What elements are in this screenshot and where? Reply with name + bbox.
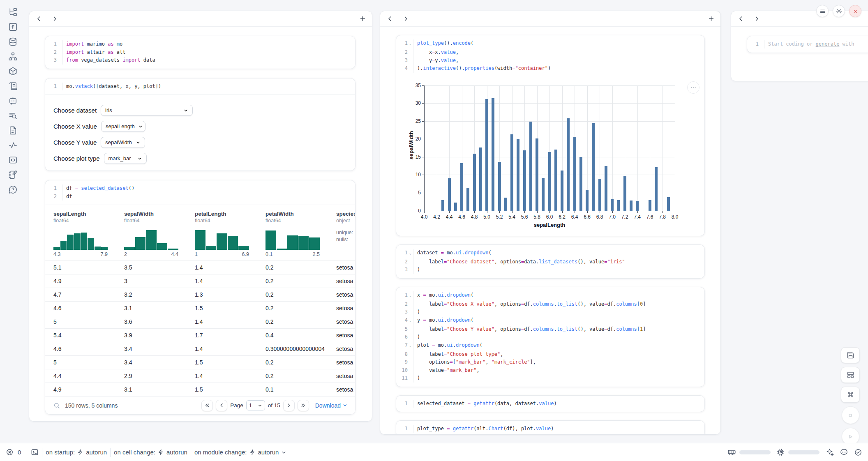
zap-icon — [77, 449, 83, 455]
chevron-down-icon — [138, 124, 143, 129]
chart-bar — [667, 197, 670, 211]
table-row[interactable]: 53.41.50.2setosa — [45, 355, 355, 369]
package-icon[interactable] — [8, 67, 18, 76]
y-axis-line — [424, 85, 425, 211]
dropdown-choose-plot-type[interactable]: mark_bar — [104, 153, 147, 164]
file-tree-icon[interactable] — [8, 7, 18, 17]
autorun-setting[interactable]: on cell change:autorun — [114, 449, 187, 456]
histogram-bar — [74, 233, 81, 250]
code-editor[interactable]: 1plot_type = getattr(alt.Chart(df), plot… — [396, 421, 704, 435]
search-icon[interactable] — [53, 402, 60, 409]
chart-menu-icon[interactable] — [687, 81, 699, 94]
column-collapse-right-icon[interactable] — [403, 16, 409, 22]
code-editor[interactable]: 1df = selected_dataset()2df — [45, 180, 355, 205]
last-page-button[interactable] — [298, 400, 309, 411]
column-header[interactable]: speciesobjectunique:nulls: — [336, 211, 355, 257]
code-editor[interactable]: 1selected_dataset = getattr(data, datase… — [396, 396, 704, 412]
terminal-icon[interactable] — [31, 448, 39, 456]
add-cell-icon[interactable] — [708, 15, 715, 22]
close-icon[interactable] — [849, 5, 861, 17]
table-row[interactable]: 4.93.11.50.1setosa — [45, 383, 355, 396]
table-row[interactable]: 4.931.40.2setosa — [45, 274, 355, 288]
activity-icon[interactable] — [8, 141, 18, 150]
menu-icon[interactable] — [816, 5, 829, 17]
code-editor[interactable]: 1⌄x = mo.ui.dropdown(2 label="Choose X v… — [396, 287, 704, 387]
scroll-icon[interactable] — [8, 81, 18, 91]
table-row[interactable]: 4.63.41.40.30000000000000004setosa — [45, 342, 355, 355]
column-collapse-right-icon[interactable] — [52, 16, 58, 22]
histogram-bar — [124, 247, 135, 250]
chart-bar — [492, 98, 494, 211]
table-cell: 3.2 — [124, 291, 195, 298]
histogram-bar — [206, 246, 217, 250]
layout-button[interactable] — [841, 367, 860, 383]
code-text: ) — [413, 374, 704, 383]
copilot-icon[interactable] — [840, 448, 848, 456]
notebook-pen-icon[interactable] — [8, 170, 18, 180]
table-cell: 1.4 — [195, 318, 265, 325]
hierarchy-icon[interactable] — [8, 52, 18, 61]
top-right-buttons — [816, 5, 861, 17]
line-number: 1 — [47, 40, 57, 48]
gridline — [424, 103, 675, 104]
column-header[interactable]: sepalLengthfloat644.37.9 — [53, 211, 124, 257]
table-row[interactable]: 5.13.51.40.2setosa — [45, 260, 355, 274]
floating-actions — [841, 347, 860, 445]
text-search-icon[interactable] — [8, 111, 18, 120]
code-editor[interactable]: 1⌄dataset = mo.ui.dropdown(2 label="Choo… — [396, 245, 704, 278]
column-histogram — [265, 228, 320, 250]
column-collapse-left-icon[interactable] — [738, 16, 744, 22]
line-number: 3 — [398, 57, 408, 65]
connection-status-icon[interactable] — [854, 448, 862, 456]
settings-gear-icon[interactable] — [833, 5, 845, 17]
page-select[interactable]: 1 — [246, 400, 265, 410]
dropdown-choose-x-value[interactable]: sepalLength — [101, 121, 145, 132]
cpu-meter — [776, 448, 820, 456]
database-icon[interactable] — [8, 37, 18, 46]
histogram-bar — [135, 237, 146, 250]
dropdown-choose-dataset[interactable]: iris — [101, 105, 193, 116]
first-page-button[interactable] — [201, 400, 213, 411]
file-text-icon[interactable] — [8, 126, 18, 135]
table-row[interactable]: 53.61.40.2setosa — [45, 315, 355, 328]
code-editor[interactable]: 1⌄plot_type().encode(2 x=x.value,3 y=y.v… — [396, 35, 704, 77]
code-editor[interactable]: 1Start coding or generate with — [747, 36, 868, 53]
help-chat-icon[interactable] — [8, 185, 18, 194]
column-collapse-left-icon[interactable] — [36, 16, 42, 22]
download-button[interactable]: Download — [315, 402, 348, 409]
ai-sparkles-icon[interactable] — [825, 448, 834, 456]
x-tick-label: 4.6 — [455, 214, 469, 220]
min-value: 4.3 — [53, 251, 60, 257]
code-cell-plot-type: 1plot_type = getattr(alt.Chart(df), plot… — [396, 420, 705, 435]
prev-page-button[interactable] — [216, 400, 227, 411]
separator — [110, 448, 111, 457]
command-palette-button[interactable] — [841, 387, 860, 403]
code-snippet-icon[interactable] — [8, 155, 18, 165]
code-editor[interactable]: 1import marimo as mo2import altair as al… — [45, 36, 355, 69]
column-collapse-right-icon[interactable] — [754, 16, 760, 22]
column-header[interactable]: sepalWidthfloat6424.4 — [124, 211, 195, 257]
column-collapse-left-icon[interactable] — [387, 16, 393, 22]
dropdown-choose-y-value[interactable]: sepalWidth — [101, 137, 145, 148]
table-row[interactable]: 4.42.91.40.2setosa — [45, 369, 355, 383]
save-button[interactable] — [841, 347, 860, 363]
function-square-icon[interactable] — [8, 22, 18, 32]
x-tick-label: 5.6 — [517, 214, 531, 220]
bot-chat-icon[interactable] — [8, 96, 18, 106]
table-cell: 1.7 — [195, 332, 265, 339]
add-cell-icon[interactable] — [359, 15, 366, 22]
code-editor[interactable]: 1mo.vstack([dataset, x, y, plot]) — [45, 78, 355, 95]
code-line: 9 options=["mark_bar", "mark_circle"], — [398, 358, 704, 366]
column-header[interactable]: petalLengthfloat6416.9 — [195, 211, 265, 257]
autorun-setting[interactable]: on startup:autorun — [46, 449, 107, 456]
column-header[interactable]: petalWidthfloat640.12.5 — [265, 211, 336, 257]
table-row[interactable]: 4.73.21.30.2setosa — [45, 288, 355, 301]
dropdown-label: Choose X value — [53, 123, 97, 130]
next-page-button[interactable] — [283, 400, 295, 411]
autorun-setting[interactable]: on module change:autorun — [194, 449, 286, 456]
fold-marker: ⌄ — [408, 249, 413, 258]
table-row[interactable]: 4.63.11.50.2setosa — [45, 301, 355, 315]
stop-button[interactable] — [842, 406, 859, 424]
errors-icon[interactable] — [6, 448, 14, 456]
table-row[interactable]: 5.43.91.70.4setosa — [45, 328, 355, 342]
